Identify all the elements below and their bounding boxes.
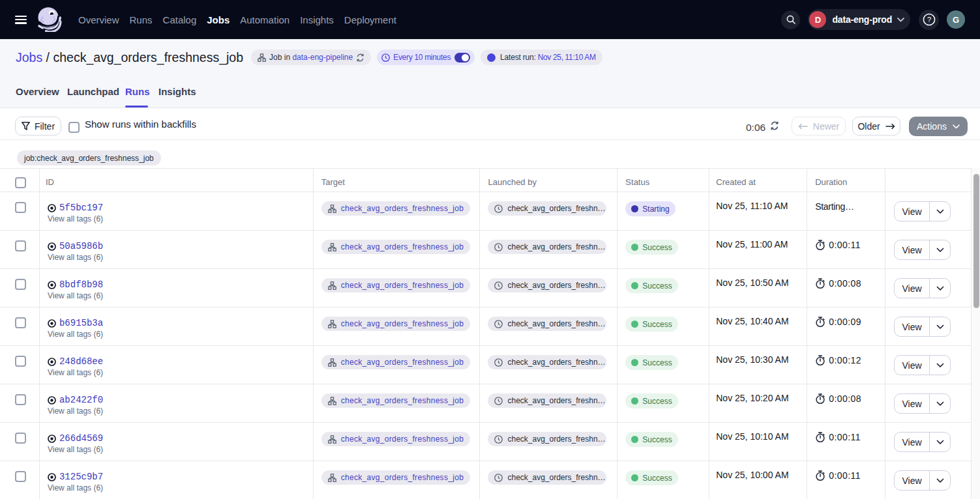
svg-text:?: ? [927, 16, 930, 23]
